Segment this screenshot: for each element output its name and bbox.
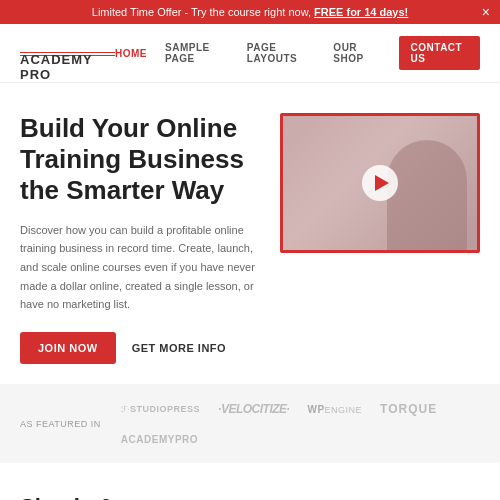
bottom-body: The $15 billion a year online education … [210,495,480,500]
play-icon [375,175,389,191]
play-button[interactable] [362,165,398,201]
studiopress-prefix: ℱ· [121,405,130,414]
logo-text: ACADEMY PRO [20,52,115,53]
hero-buttons: JOIN NOW GET MORE INFO [20,332,260,364]
featured-label: As Featured In [20,419,101,429]
hero-video [280,113,480,253]
bottom-heading: Simple & easy training for everyone [20,493,180,500]
banner-link[interactable]: FREE for 14 days! [314,6,408,18]
main-nav: HOME SAMPLE PAGE PAGE LAYOUTS OUR SHOP C… [115,36,480,70]
join-now-button[interactable]: JOIN NOW [20,332,116,364]
studiopress-logo: ℱ·STUDIOPRESS [121,404,200,414]
hero-text: Build Your Online Training Business the … [20,113,260,364]
hero-heading: Build Your Online Training Business the … [20,113,260,207]
video-thumbnail[interactable] [280,113,480,253]
bottom-section: Simple & easy training for everyone The … [0,463,500,500]
nav-our-shop[interactable]: OUR SHOP [333,42,380,64]
wpengine-wp: WP [307,404,324,415]
video-person-silhouette [387,140,467,250]
bottom-left: Simple & easy training for everyone [20,493,180,500]
featured-bar: As Featured In ℱ·STUDIOPRESS ·VELOCITIZE… [0,384,500,463]
bottom-right: The $15 billion a year online education … [210,493,480,500]
site-logo[interactable]: ACADEMY PRO [20,50,115,56]
featured-logos: ℱ·STUDIOPRESS ·VELOCITIZE· WPengine TORQ… [121,402,480,445]
header: ACADEMY PRO HOME SAMPLE PAGE PAGE LAYOUT… [0,24,500,83]
nav-contact-button[interactable]: CONTACT US [399,36,480,70]
wpengine-engine: engine [325,405,363,415]
velocitize-logo: ·VELOCITIZE· [218,402,289,416]
get-more-info-button[interactable]: GET MORE INFO [132,342,227,354]
hero-description: Discover how you can build a profitable … [20,221,260,314]
close-icon[interactable]: × [482,4,490,20]
hero-section: Build Your Online Training Business the … [0,83,500,384]
banner-text: Limited Time Offer - Try the course righ… [92,6,314,18]
torque-logo: TORQUE [380,402,437,416]
academypro-logo: academypro [121,434,198,445]
nav-page-layouts[interactable]: PAGE LAYOUTS [247,42,316,64]
promo-banner: Limited Time Offer - Try the course righ… [0,0,500,24]
wpengine-logo: WPengine [307,404,362,415]
nav-sample-page[interactable]: SAMPLE PAGE [165,42,229,64]
nav-home[interactable]: HOME [115,48,147,59]
